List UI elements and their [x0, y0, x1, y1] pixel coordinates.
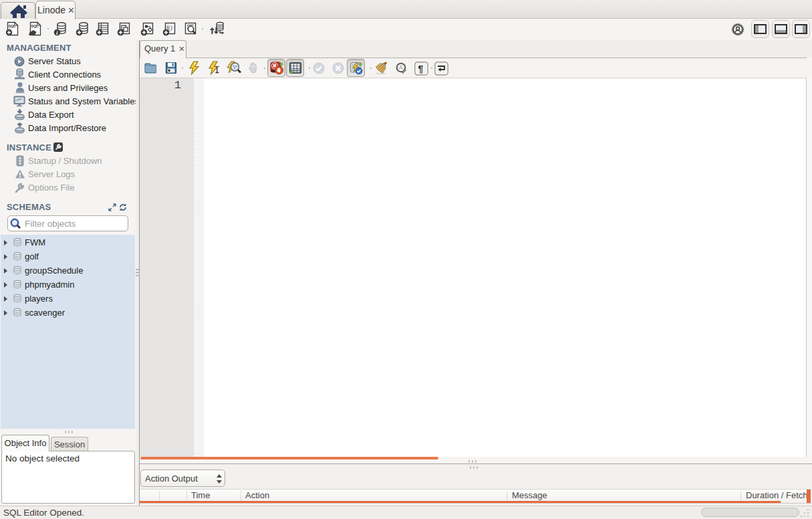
svg-text:¶: ¶	[418, 64, 424, 74]
